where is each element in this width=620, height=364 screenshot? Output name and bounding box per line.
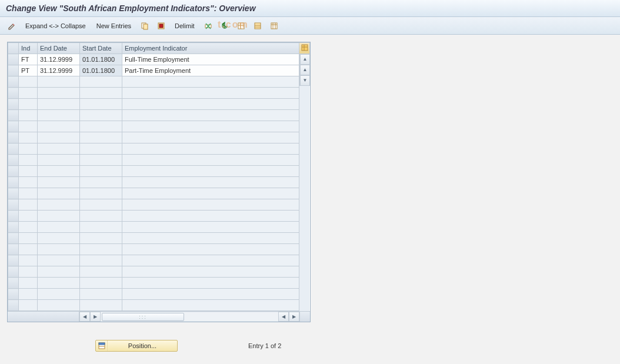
cell-ind[interactable] (19, 211, 38, 222)
row-selector[interactable] (8, 155, 19, 166)
cell-end-date[interactable] (38, 233, 80, 244)
cell-end-date[interactable] (38, 300, 80, 311)
position-button[interactable]: Position... (95, 340, 178, 352)
table-row[interactable] (8, 76, 299, 88)
row-selector[interactable] (8, 300, 19, 311)
cell-end-date[interactable] (38, 155, 80, 166)
table-row[interactable] (8, 121, 299, 132)
table-row[interactable] (8, 278, 299, 289)
table-row[interactable] (8, 155, 299, 166)
new-entries-button[interactable]: New Entries (92, 20, 135, 32)
table-row[interactable] (8, 110, 299, 121)
row-selector[interactable] (8, 54, 19, 65)
row-selector[interactable] (8, 76, 19, 88)
cell-ind[interactable] (19, 300, 38, 311)
row-selector[interactable] (8, 244, 19, 255)
cell-end-date[interactable] (38, 211, 80, 222)
cell-ind[interactable]: FT (19, 54, 38, 65)
table-row[interactable]: PT31.12.999901.01.1800Part-Time Employme… (8, 65, 299, 76)
cell-ind[interactable] (19, 99, 38, 110)
table-row[interactable] (8, 255, 299, 266)
cell-desc[interactable] (122, 255, 299, 266)
cell-end-date[interactable] (38, 110, 80, 121)
cell-desc[interactable] (122, 143, 299, 155)
scroll-up-button[interactable]: ▲ (300, 54, 310, 65)
table-row[interactable] (8, 222, 299, 233)
expand-collapse-button[interactable]: Expand <-> Collapse (21, 20, 90, 32)
cell-desc[interactable] (122, 76, 299, 88)
table-row[interactable] (8, 199, 299, 211)
horizontal-scrollbar[interactable]: ◀ ▶ ::: ◀ ▶ (8, 311, 310, 322)
cell-ind[interactable] (19, 110, 38, 121)
cell-desc[interactable] (122, 244, 299, 255)
cell-desc[interactable] (122, 132, 299, 143)
cell-desc[interactable] (122, 188, 299, 199)
employment-indicators-table[interactable]: Ind End Date Start Date Employment Indic… (8, 42, 299, 311)
row-selector[interactable] (8, 132, 19, 143)
cell-desc[interactable]: Part-Time Employment (122, 65, 299, 76)
cell-ind[interactable] (19, 177, 38, 188)
table-row[interactable] (8, 132, 299, 143)
table-row[interactable] (8, 233, 299, 244)
hscroll-track[interactable]: ::: (101, 312, 278, 322)
cell-end-date[interactable] (38, 132, 80, 143)
table-settings-button[interactable] (234, 20, 248, 32)
row-selector[interactable] (8, 199, 19, 211)
scroll-left-end-button[interactable]: ◀ (278, 312, 289, 322)
select-all-button[interactable] (154, 20, 168, 32)
cell-ind[interactable]: PT (19, 65, 38, 76)
cell-ind[interactable] (19, 121, 38, 132)
cell-ind[interactable] (19, 278, 38, 289)
cell-ind[interactable] (19, 166, 38, 177)
cell-desc[interactable] (122, 99, 299, 110)
cell-ind[interactable] (19, 76, 38, 88)
row-selector[interactable] (8, 278, 19, 289)
cell-desc[interactable] (122, 233, 299, 244)
row-selector[interactable] (8, 143, 19, 155)
cell-desc[interactable] (122, 199, 299, 211)
row-selector[interactable] (8, 222, 19, 233)
hscroll-thumb[interactable]: ::: (102, 313, 184, 321)
cell-end-date[interactable] (38, 289, 80, 300)
cell-desc[interactable] (122, 155, 299, 166)
row-selector[interactable] (8, 211, 19, 222)
cell-desc[interactable] (122, 88, 299, 99)
cell-ind[interactable] (19, 132, 38, 143)
row-selector[interactable] (8, 88, 19, 99)
table-configure-button[interactable] (299, 42, 310, 54)
row-selector[interactable] (8, 110, 19, 121)
cell-desc[interactable] (122, 110, 299, 121)
cell-desc[interactable] (122, 222, 299, 233)
cell-ind[interactable] (19, 233, 38, 244)
cell-end-date[interactable] (38, 199, 80, 211)
table-row[interactable] (8, 166, 299, 177)
cell-ind[interactable] (19, 244, 38, 255)
table-export-button[interactable] (267, 20, 281, 32)
row-selector[interactable] (8, 177, 19, 188)
table-row[interactable] (8, 88, 299, 99)
cell-end-date[interactable] (38, 76, 80, 88)
row-selector[interactable] (8, 255, 19, 266)
scroll-down-up-button[interactable]: ▲ (300, 65, 310, 75)
copy-button[interactable] (138, 20, 152, 32)
cell-desc[interactable] (122, 289, 299, 300)
column-header-start-date[interactable]: Start Date (80, 43, 122, 54)
cell-end-date[interactable] (38, 266, 80, 278)
cell-end-date[interactable]: 31.12.9999 (38, 65, 80, 76)
cell-ind[interactable] (19, 255, 38, 266)
cell-end-date[interactable] (38, 278, 80, 289)
cell-end-date[interactable] (38, 143, 80, 155)
vertical-scrollbar[interactable]: ▲ ▲ ▼ (299, 54, 310, 86)
table-print-button[interactable] (251, 20, 265, 32)
cell-ind[interactable] (19, 143, 38, 155)
scroll-right-button[interactable]: ▶ (289, 312, 299, 322)
scroll-right-step-button[interactable]: ▶ (90, 312, 101, 322)
row-selector[interactable] (8, 65, 19, 76)
cell-desc[interactable] (122, 300, 299, 311)
delimit-button[interactable]: Delimit (171, 20, 199, 32)
column-header-end-date[interactable]: End Date (38, 43, 80, 54)
cell-desc[interactable] (122, 278, 299, 289)
cell-end-date[interactable] (38, 244, 80, 255)
cell-end-date[interactable] (38, 88, 80, 99)
cell-end-date[interactable] (38, 222, 80, 233)
